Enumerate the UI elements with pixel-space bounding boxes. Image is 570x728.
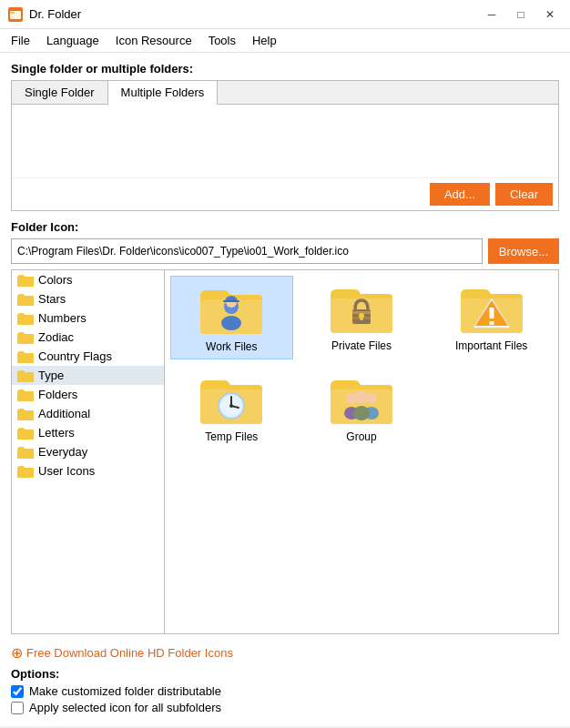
right-panel: Work Files — [165, 270, 558, 633]
icon-private-files[interactable]: Private Files — [300, 276, 423, 359]
app-title: Dr. Folder — [29, 7, 479, 21]
folder-icon-country-flags — [17, 350, 34, 363]
list-label-country-flags: Country Flags — [38, 349, 112, 363]
folder-icon-label: Folder Icon: — [11, 220, 559, 234]
list-item-everyday[interactable]: Everyday — [12, 442, 164, 461]
menu-language[interactable]: Language — [39, 31, 107, 50]
folder-icon-additional — [17, 408, 34, 420]
svg-point-20 — [229, 404, 233, 408]
list-label-zodiac: Zodiac — [38, 330, 74, 344]
list-item-zodiac[interactable]: Zodiac — [12, 328, 164, 347]
checkbox-subfolders[interactable] — [11, 702, 24, 714]
list-label-everyday: Everyday — [38, 445, 87, 459]
svg-point-26 — [353, 406, 370, 420]
svg-point-21 — [346, 393, 357, 404]
folders-section: Single folder or multiple folders: Singl… — [11, 62, 559, 211]
checkbox-distributable-label: Make customized folder distributable — [29, 684, 221, 698]
menu-file[interactable]: File — [4, 31, 37, 50]
download-link[interactable]: ⊕ Free Download Online HD Folder Icons — [11, 644, 559, 662]
list-label-colors: Colors — [38, 273, 73, 287]
checkbox-distributable-row: Make customized folder distributable — [11, 684, 559, 698]
list-label-additional: Additional — [38, 407, 90, 420]
checkbox-distributable[interactable] — [11, 685, 24, 698]
list-item-stars[interactable]: Stars — [12, 289, 164, 308]
list-label-folders: Folders — [38, 388, 77, 401]
folder-icon-type — [17, 369, 34, 382]
list-label-letters: Letters — [38, 426, 75, 440]
folder-icon-section: Folder Icon: Browse... — [11, 220, 559, 264]
icon-important-files[interactable]: Important Files — [430, 276, 553, 359]
svg-rect-2 — [10, 12, 15, 14]
folder-icon-folders — [17, 389, 34, 401]
checkbox-subfolders-row: Apply selected icon for all subfolders — [11, 701, 559, 714]
title-bar: Dr. Folder ─ □ ✕ — [0, 0, 570, 29]
download-icon: ⊕ — [11, 644, 23, 662]
download-link-container: ⊕ Free Download Online HD Folder Icons — [11, 639, 559, 662]
folder-icon-stars — [17, 293, 34, 306]
list-item-country-flags[interactable]: Country Flags — [12, 347, 164, 366]
folders-label: Single folder or multiple folders: — [11, 62, 559, 76]
svg-rect-11 — [352, 317, 371, 319]
folder-icon-everyday — [17, 446, 34, 459]
window-controls: ─ □ ✕ — [479, 5, 563, 25]
icon-group-img — [329, 372, 394, 427]
options-section: Options: Make customized folder distribu… — [11, 667, 559, 717]
icon-work-files-img — [198, 282, 264, 337]
icon-private-files-img — [329, 281, 394, 336]
svg-rect-15 — [489, 321, 494, 325]
menu-bar: File Language Icon Resource Tools Help — [0, 29, 570, 53]
menu-help[interactable]: Help — [245, 31, 284, 50]
clear-button[interactable]: Clear — [495, 183, 553, 206]
tab-single-folder[interactable]: Single Folder — [12, 81, 108, 104]
left-panel: Colors Stars Numbers Zodia — [12, 270, 165, 633]
icon-work-files-label: Work Files — [206, 340, 257, 353]
svg-point-25 — [355, 390, 368, 403]
folder-icon-colors — [17, 274, 34, 287]
list-item-numbers[interactable]: Numbers — [12, 308, 164, 328]
list-item-user-icons[interactable]: User Icons — [12, 461, 164, 480]
icon-important-files-img — [459, 281, 524, 336]
list-item-folders[interactable]: Folders — [12, 385, 164, 404]
tab-content-multiple — [12, 105, 558, 177]
folder-icon-user-icons — [17, 465, 34, 478]
minimize-button[interactable]: ─ — [479, 5, 504, 25]
folder-icon-numbers — [17, 312, 34, 325]
icon-private-files-label: Private Files — [331, 339, 392, 352]
tab-multiple-folders[interactable]: Multiple Folders — [108, 81, 219, 105]
app-icon — [7, 6, 24, 23]
icon-important-files-label: Important Files — [455, 339, 527, 352]
browse-button[interactable]: Browse... — [488, 238, 559, 264]
list-label-numbers: Numbers — [38, 311, 87, 325]
menu-tools[interactable]: Tools — [201, 31, 243, 50]
list-label-type: Type — [38, 369, 64, 382]
checkbox-subfolders-label: Apply selected icon for all subfolders — [29, 701, 221, 714]
list-item-type[interactable]: Type — [12, 366, 164, 385]
folder-icon-row: Browse... — [11, 238, 559, 264]
svg-rect-14 — [489, 308, 494, 318]
icon-group-label: Group — [346, 430, 376, 443]
path-input[interactable] — [11, 238, 483, 264]
tabs-actions: Add... Clear — [12, 177, 558, 210]
folder-icon-letters — [17, 427, 34, 440]
folder-icon-zodiac — [17, 331, 34, 344]
svg-rect-10 — [352, 311, 371, 314]
list-label-user-icons: User Icons — [38, 464, 95, 478]
icon-temp-files[interactable]: Temp Files — [170, 367, 293, 449]
list-item-additional[interactable]: Additional — [12, 404, 164, 423]
icon-temp-files-img — [198, 372, 264, 427]
list-item-colors[interactable]: Colors — [12, 270, 164, 289]
menu-icon-resource[interactable]: Icon Resource — [108, 31, 199, 50]
list-item-letters[interactable]: Letters — [12, 423, 164, 442]
svg-rect-6 — [223, 300, 239, 302]
list-label-stars: Stars — [38, 292, 66, 306]
icon-work-files[interactable]: Work Files — [170, 276, 293, 359]
icon-temp-files-label: Temp Files — [205, 430, 258, 443]
svg-point-23 — [366, 393, 377, 404]
close-button[interactable]: ✕ — [537, 5, 563, 25]
add-button[interactable]: Add... — [430, 183, 490, 206]
tabs-header: Single Folder Multiple Folders — [12, 81, 558, 105]
icon-group[interactable]: Group — [300, 367, 423, 449]
maximize-button[interactable]: □ — [508, 5, 534, 25]
options-label: Options: — [11, 667, 559, 681]
icons-grid: Work Files — [170, 276, 553, 449]
